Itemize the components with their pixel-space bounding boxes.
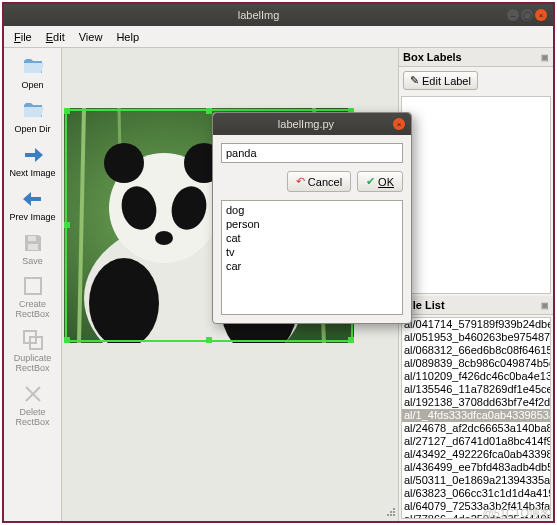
filelist-row[interactable]: al/50311_0e1869a21394335a79443548a8 [402, 474, 550, 487]
arrow-right-icon [21, 143, 45, 167]
filelist-header: File List ▣ [399, 296, 553, 315]
filelist-row[interactable]: al/068312_66ed6b8c08f6461583b6f3a69c [402, 344, 550, 357]
open-button[interactable]: Open [7, 52, 59, 94]
filelist-row[interactable]: al/110209_f426dc46c0ba4e13bd81ebbe2 [402, 370, 550, 383]
create-rectbox-button[interactable]: Create RectBox [7, 271, 59, 323]
filelist-row[interactable]: al/24678_af2dc66653a140ba841fa88db52 [402, 422, 550, 435]
save-button[interactable]: Save [7, 228, 59, 270]
filelist-row[interactable]: al/436499_ee7bfd483adb4db5bd16c7af5f [402, 461, 550, 474]
svg-rect-1 [28, 244, 38, 250]
filelist-row[interactable]: al/051953_b460263be975487d957ed9e33 [402, 331, 550, 344]
svg-rect-25 [206, 337, 212, 343]
editlabel-button[interactable]: ✎ Edit Label [403, 71, 478, 90]
cancel-button[interactable]: ↶ Cancel [287, 171, 351, 192]
rect-duplicate-icon [21, 328, 45, 352]
folder-open-icon [21, 55, 45, 79]
resize-grip-icon[interactable] [385, 506, 395, 516]
close-icon[interactable]: × [535, 9, 547, 21]
check-icon: ✔ [366, 175, 375, 188]
filelist-row[interactable]: al/089839_8cb986c049874b5d8caa6e103 [402, 357, 550, 370]
label-option[interactable]: person [226, 217, 398, 231]
filelist-row[interactable]: al/1_4fds333dfca0ab4339853a9.jpg [402, 409, 550, 422]
filelist-row[interactable]: al/63823_066cc31c1d1d4a419d59d8332b [402, 487, 550, 500]
filelist-row[interactable]: al/27127_d6741d01a8bc414f97803f5e3a5 [402, 435, 550, 448]
window-title: labelImg [10, 9, 507, 21]
toolbar-sidebar: Open Open Dir Next Image Prev Image Save… [4, 48, 62, 521]
boxlabels-panel: Box Labels ▣ ✎ Edit Label [399, 48, 553, 296]
maximize-icon[interactable]: ◯ [521, 9, 533, 21]
label-dialog: labelImg.py × ↶ Cancel ✔ OK dogpersoncat… [212, 112, 412, 324]
filelist-row[interactable]: al/041714_579189f939b24dbeaabbff03c3 [402, 318, 550, 331]
pencil-icon: ✎ [410, 74, 419, 87]
panel-undock-icon[interactable]: ▣ [541, 53, 549, 62]
dialog-titlebar: labelImg.py × [213, 113, 411, 135]
svg-point-12 [104, 143, 144, 183]
dialog-close-icon[interactable]: × [393, 118, 405, 130]
label-option[interactable]: dog [226, 203, 398, 217]
svg-rect-0 [28, 236, 36, 241]
menubar: File Edit View Help [4, 26, 553, 48]
filelist-list[interactable]: al/041714_579189f939b24dbeaabbff03c3al/0… [401, 317, 551, 519]
rect-create-icon [21, 274, 45, 298]
filelist-row[interactable]: al/135546_11a78269df1e45ceb73b54c87 [402, 383, 550, 396]
undo-arrow-icon: ↶ [296, 175, 305, 188]
delete-rectbox-button[interactable]: Delete RectBox [7, 379, 59, 431]
minimize-icon[interactable]: – [507, 9, 519, 21]
filelist-row[interactable]: al/43492_492226fca0ab4339853a922e79e [402, 448, 550, 461]
rect-delete-icon [21, 382, 45, 406]
label-option[interactable]: cat [226, 231, 398, 245]
save-icon [21, 231, 45, 255]
menu-file[interactable]: File [8, 29, 38, 45]
svg-rect-22 [64, 337, 70, 343]
svg-rect-26 [64, 222, 70, 228]
menu-help[interactable]: Help [110, 29, 145, 45]
arrow-left-icon [21, 187, 45, 211]
window-titlebar: labelImg – ◯ × [4, 4, 553, 26]
ok-button[interactable]: ✔ OK [357, 171, 403, 192]
label-input[interactable] [221, 143, 403, 163]
label-option[interactable]: tv [226, 245, 398, 259]
folder-dir-icon [21, 99, 45, 123]
nextimage-button[interactable]: Next Image [7, 140, 59, 182]
svg-rect-24 [206, 108, 212, 114]
svg-rect-23 [348, 337, 354, 343]
boxlabels-header: Box Labels ▣ [399, 48, 553, 67]
label-option[interactable]: car [226, 259, 398, 273]
panel-undock-icon[interactable]: ▣ [541, 301, 549, 310]
boxlabels-list[interactable] [401, 96, 551, 294]
menu-edit[interactable]: Edit [40, 29, 71, 45]
opendir-button[interactable]: Open Dir [7, 96, 59, 138]
duplicate-rectbox-button[interactable]: Duplicate RectBox [7, 325, 59, 377]
svg-rect-2 [25, 278, 41, 294]
svg-point-16 [155, 231, 173, 245]
label-options-list[interactable]: dogpersoncattvcar [221, 200, 403, 315]
svg-rect-20 [64, 108, 70, 114]
previmage-button[interactable]: Prev Image [7, 184, 59, 226]
filelist-panel: File List ▣ al/041714_579189f939b24dbeaa… [399, 296, 553, 521]
watermark: @51CTO博客 [483, 506, 551, 521]
menu-view[interactable]: View [73, 29, 109, 45]
filelist-row[interactable]: al/192138_3708dd63bf7e4f2dafea675680 [402, 396, 550, 409]
